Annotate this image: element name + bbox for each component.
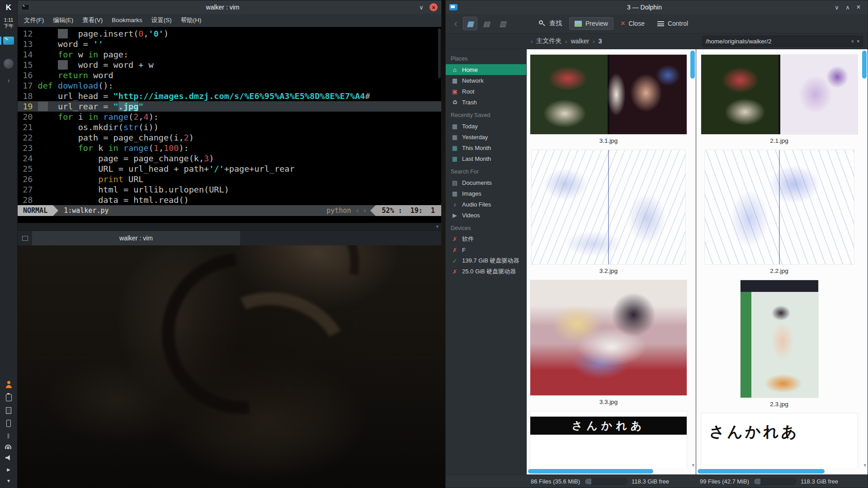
terminal-titlebar[interactable]: walker : vim bbox=[18, 0, 441, 14]
new-tab-icon[interactable] bbox=[18, 231, 32, 245]
sidebar-item[interactable]: ✓139.7 GiB 硬盘驱动器 bbox=[446, 255, 526, 266]
home-icon: ⌂ bbox=[451, 66, 458, 73]
preview-icon bbox=[575, 21, 582, 27]
sidebar-item-label: Home bbox=[462, 66, 478, 73]
back-icon[interactable] bbox=[450, 19, 461, 28]
file-item[interactable]: さんかれあ bbox=[701, 413, 858, 468]
code-line: 14 for w in page: bbox=[18, 49, 441, 60]
sidebar-item[interactable]: ✗软件 bbox=[446, 234, 526, 244]
notes-icon[interactable] bbox=[6, 407, 11, 414]
phone-icon[interactable] bbox=[6, 420, 11, 427]
code-line: 19 url_rear = ".jpg" bbox=[18, 101, 441, 112]
breadcrumb-item[interactable]: walker bbox=[571, 38, 589, 45]
breadcrumb-item[interactable]: 主文件夹 bbox=[536, 37, 561, 45]
close-split-button[interactable]: Close bbox=[615, 17, 650, 30]
breadcrumb-item[interactable]: 3 bbox=[599, 38, 602, 45]
minimize-icon[interactable] bbox=[831, 4, 842, 11]
menu-item[interactable]: 编辑(E) bbox=[48, 14, 78, 27]
file-item[interactable]: 2.3.jpg bbox=[741, 280, 818, 408]
folder-view-right[interactable]: 2.1.jpg2.2.jpg2.3.jpgさんかれあ bbox=[696, 49, 868, 474]
menu-item[interactable]: 设置(S) bbox=[147, 14, 176, 27]
close-icon[interactable] bbox=[429, 3, 438, 11]
sidebar-item[interactable]: ▦Images bbox=[446, 188, 526, 199]
menu-item[interactable]: 帮助(H) bbox=[176, 14, 206, 27]
konsole-task-icon[interactable] bbox=[3, 37, 14, 45]
sidebar-item[interactable]: ▤Documents bbox=[446, 177, 526, 188]
vim-editor[interactable]: 12 page.insert(0,'0')13 word = ''14 for … bbox=[18, 27, 441, 223]
clipboard-icon[interactable] bbox=[6, 394, 12, 401]
chevron-down-icon[interactable] bbox=[856, 38, 859, 44]
folder-view-left[interactable]: 3.1.jpg3.2.jpg3.3.jpgさんかれあ bbox=[526, 49, 696, 474]
sidebar-item-label: This Month bbox=[462, 145, 491, 151]
location-bar[interactable]: /home/originals/walker/2 bbox=[702, 36, 863, 47]
sidebar-item[interactable]: ✗25.0 GiB 硬盘驱动器 bbox=[446, 266, 526, 277]
volume-icon[interactable] bbox=[5, 455, 12, 460]
sidebar-item[interactable]: ▦This Month bbox=[446, 142, 526, 153]
wifi-icon[interactable] bbox=[5, 445, 12, 449]
chevron-down-icon[interactable] bbox=[7, 478, 10, 483]
root-icon: ▣ bbox=[451, 88, 458, 95]
scrollbar-thumb[interactable] bbox=[528, 469, 653, 474]
compact-view-button[interactable] bbox=[479, 17, 494, 30]
scroll-down-icon[interactable] bbox=[692, 462, 694, 468]
scrollbar-thumb[interactable] bbox=[690, 51, 695, 79]
scrollbar-thumb[interactable] bbox=[862, 51, 867, 79]
dolphin-body: Places⌂Home▦Network▣Root♻TrashRecently S… bbox=[446, 49, 868, 474]
code-line: 12 page.insert(0,'0') bbox=[18, 28, 441, 39]
app-task-icon[interactable] bbox=[4, 59, 14, 69]
vim-mode-indicator: NORMAL bbox=[18, 205, 53, 216]
control-menu-button[interactable]: Control bbox=[652, 17, 693, 30]
vertical-scrollbar[interactable] bbox=[862, 51, 867, 467]
clear-icon[interactable] bbox=[849, 38, 856, 45]
user-icon[interactable] bbox=[5, 381, 12, 388]
sidebar-item[interactable]: ♪Audio Files bbox=[446, 199, 526, 210]
details-icon bbox=[499, 19, 506, 28]
file-name: 2.1.jpg bbox=[770, 137, 788, 144]
clock-widget[interactable]: 1:11 下午 bbox=[4, 17, 14, 29]
images-icon: ▦ bbox=[451, 190, 458, 197]
app-launcher-icon[interactable] bbox=[3, 2, 14, 13]
search-button[interactable]: 查找 bbox=[533, 17, 567, 30]
sidebar-item[interactable]: ▦Yesterday bbox=[446, 131, 526, 142]
close-icon[interactable] bbox=[853, 3, 864, 11]
scrollbar-thumb[interactable] bbox=[698, 469, 825, 474]
file-item[interactable]: 2.1.jpg bbox=[701, 55, 858, 144]
menu-item[interactable]: 文件(F) bbox=[19, 14, 48, 27]
vertical-scrollbar[interactable] bbox=[690, 51, 695, 467]
preview-toggle-button[interactable]: Preview bbox=[569, 17, 613, 30]
terminal-tab[interactable]: walker : vim bbox=[32, 231, 240, 245]
minimize-icon[interactable] bbox=[416, 4, 427, 11]
sidebar-item[interactable]: ▶Videos bbox=[446, 210, 526, 221]
sidebar-item[interactable]: ⌂Home bbox=[446, 64, 526, 75]
file-item[interactable]: 3.2.jpg bbox=[532, 150, 685, 274]
maximize-icon[interactable] bbox=[842, 4, 853, 11]
dolphin-titlebar[interactable]: 3 — Dolphin bbox=[446, 0, 868, 14]
sidebar-item[interactable]: ▦Last Month bbox=[446, 153, 526, 164]
menu-item[interactable]: Bookmarks bbox=[107, 14, 147, 27]
file-item[interactable]: 2.2.jpg bbox=[705, 150, 854, 274]
scroll-down-icon[interactable] bbox=[436, 224, 439, 230]
file-item[interactable]: 3.3.jpg bbox=[530, 280, 687, 405]
search-label: 查找 bbox=[549, 19, 562, 28]
menu-item[interactable]: 查看(V) bbox=[78, 14, 107, 27]
panel-expand-icon[interactable] bbox=[8, 76, 10, 84]
sidebar-item[interactable]: ▦Network bbox=[446, 75, 526, 86]
details-view-button[interactable] bbox=[495, 17, 510, 30]
file-item[interactable]: さんかれあ bbox=[530, 411, 687, 468]
sidebar-item[interactable]: ▦Today bbox=[446, 121, 526, 131]
file-item[interactable]: 3.1.jpg bbox=[530, 55, 687, 144]
icons-view-button[interactable] bbox=[463, 17, 477, 30]
horizontal-scrollbar[interactable] bbox=[528, 469, 689, 474]
location-path[interactable]: /home/originals/walker/2 bbox=[706, 38, 849, 45]
chevron-right-icon[interactable] bbox=[7, 466, 10, 472]
sidebar-item[interactable]: ♻Trash bbox=[446, 97, 526, 108]
horizontal-scrollbar[interactable] bbox=[698, 469, 860, 474]
scroll-down-icon[interactable] bbox=[863, 462, 866, 468]
terminal-scrollbar[interactable] bbox=[438, 28, 441, 78]
sidebar-item-label: Documents bbox=[462, 179, 492, 186]
clock-time: 1:11 bbox=[4, 17, 14, 23]
bluetooth-icon[interactable] bbox=[7, 433, 10, 439]
status-left-pane: 86 Files (35.6 MiB) 118.3 GiB free bbox=[526, 478, 695, 485]
sidebar-item[interactable]: ✗F bbox=[446, 244, 526, 255]
sidebar-item[interactable]: ▣Root bbox=[446, 86, 526, 97]
